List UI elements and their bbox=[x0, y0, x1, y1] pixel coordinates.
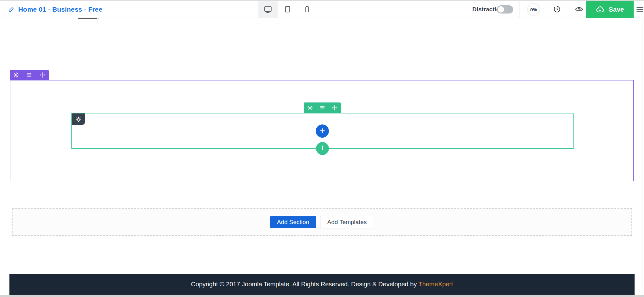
page-title[interactable]: Home 01 - Business - Free bbox=[18, 6, 103, 13]
save-button[interactable]: Save bbox=[586, 1, 634, 18]
section-options-icon[interactable] bbox=[26, 72, 32, 78]
canvas-bottom-edge bbox=[0, 295, 644, 297]
themexpert-link[interactable]: ThemeXpert bbox=[419, 281, 453, 288]
device-tablet-button[interactable] bbox=[278, 1, 297, 18]
toolbar-divider bbox=[568, 1, 568, 18]
history-button[interactable] bbox=[552, 1, 562, 18]
section-settings-icon[interactable] bbox=[13, 72, 19, 78]
edit-pencil-icon[interactable] bbox=[8, 6, 14, 13]
device-desktop-button[interactable] bbox=[258, 1, 278, 18]
distraction-toggle[interactable] bbox=[497, 5, 513, 14]
row-move-icon[interactable] bbox=[332, 105, 337, 111]
toolbar-divider bbox=[519, 1, 520, 18]
toolbar-divider bbox=[548, 1, 548, 18]
row-settings-icon[interactable] bbox=[307, 105, 313, 111]
section-move-icon[interactable] bbox=[39, 72, 45, 78]
row-toolbar bbox=[304, 102, 341, 113]
scrollbar-track[interactable] bbox=[642, 18, 642, 295]
save-button-label: Save bbox=[608, 6, 624, 13]
add-section-dropzone: Add Section Add Templates bbox=[12, 208, 632, 236]
add-row-button[interactable]: + bbox=[316, 142, 329, 155]
gear-icon bbox=[75, 116, 81, 122]
toggle-knob bbox=[498, 6, 504, 13]
mobile-icon bbox=[303, 6, 311, 13]
progress-badge: 0% bbox=[527, 3, 540, 16]
copyright-text: Copyright © 2017 Joomla Template. All Ri… bbox=[191, 281, 453, 288]
row-options-icon[interactable] bbox=[319, 105, 325, 111]
eye-icon bbox=[575, 5, 583, 14]
section-toolbar bbox=[10, 70, 49, 80]
builder-topbar: Home 01 - Business - Free Distraction 0%… bbox=[0, 1, 644, 18]
preview-button[interactable] bbox=[574, 1, 584, 18]
cloud-upload-icon bbox=[595, 5, 605, 14]
menu-button[interactable] bbox=[636, 1, 644, 18]
page-builder-app: Home 01 - Business - Free Distraction 0%… bbox=[0, 0, 644, 297]
site-footer: Copyright © 2017 Joomla Template. All Ri… bbox=[9, 274, 635, 295]
hamburger-icon bbox=[636, 5, 644, 14]
desktop-icon bbox=[264, 5, 272, 14]
add-templates-button[interactable]: Add Templates bbox=[320, 216, 374, 228]
device-mobile-button[interactable] bbox=[297, 1, 317, 18]
page-title-group: Home 01 - Business - Free bbox=[8, 1, 103, 18]
history-icon bbox=[553, 5, 561, 13]
tablet-icon bbox=[284, 5, 291, 13]
add-section-button[interactable]: Add Section bbox=[270, 216, 316, 228]
column-settings-button[interactable] bbox=[72, 113, 85, 125]
add-element-button[interactable]: + bbox=[316, 124, 329, 138]
